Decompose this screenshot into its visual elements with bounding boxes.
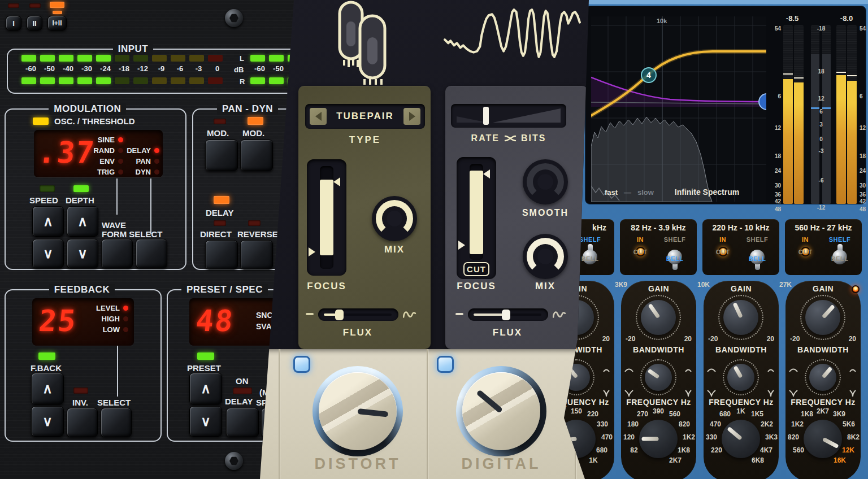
distort-mix-knob[interactable] [372,196,417,241]
meter-scale-num: 36 [770,191,781,198]
rate-bits-slider[interactable] [451,104,566,128]
select-button[interactable] [136,239,167,268]
gain-min: -20 [708,335,718,343]
reverse-led [248,220,261,226]
distort-flux-slider[interactable] [318,308,398,321]
frequency-label: FREQUENCY Hz [785,398,861,407]
freq-value: 270 [637,410,648,418]
flux-wave-icon [403,310,416,320]
meter-bar [847,25,857,204]
band2-bandwidth-knob[interactable] [640,359,676,395]
preset-down-button[interactable]: ∨ [189,406,222,437]
left-meter-db: -8.5 [775,14,809,23]
band3-gain-knob[interactable] [718,295,763,340]
fback-led [38,352,55,360]
digital-focus-slider[interactable]: CUT [457,157,496,279]
meter-segment [152,77,167,84]
fast-label[interactable]: fast [605,188,618,197]
distort-enable-button[interactable] [293,356,310,373]
channel-ii-button[interactable]: II [27,16,42,31]
waveform-button[interactable] [101,239,133,268]
meter-segment [40,77,55,84]
smooth-label: SMOOTH [511,208,579,218]
feedback-title: FEEDBACK [49,284,115,295]
mod-led-col1: SINERANDENVTRIG [79,134,123,177]
meter-segment [171,77,185,84]
band4-frequency-knob[interactable] [802,419,843,459]
band4-gain-knob[interactable] [800,295,845,340]
focus-top-marker [483,169,490,178]
meter-segment [77,77,92,84]
reverse-label: REVERSE [237,229,278,239]
screw [225,452,243,470]
feedback-down-button[interactable]: ∨ [31,406,64,437]
fb-led [123,316,128,321]
band3-bandwidth-knob[interactable] [723,359,759,395]
reverse-button[interactable] [240,240,273,269]
pan-mod-button[interactable] [205,140,238,171]
digital-flux-label: FLUX [474,327,541,338]
feedback-up-button[interactable]: ∧ [31,373,64,404]
freq-value: 27K [779,281,792,289]
band2-out-label: OUT [628,249,653,255]
channel-i-ii-button[interactable]: I+II [47,16,67,31]
eq-curves-svg [591,16,766,202]
meter-bar [794,25,804,204]
freq-value: 560 [793,446,804,454]
meter-scale-num: 18 [811,68,831,75]
distort-focus-slider[interactable] [307,159,346,276]
meter-segment [96,77,111,84]
mod-led-label: DYN [136,168,151,176]
freq-value: 120 [623,433,635,441]
meter-scale-num: 48 [770,206,781,212]
digital-flux-slider[interactable] [468,308,548,321]
channel-i-led [8,3,19,8]
channel-i-button[interactable]: I [6,16,21,31]
delay-label: DELAY [206,208,233,217]
slow-label[interactable]: slow [637,188,654,197]
wave-label: WAVE [102,220,126,230]
bandwidth-q-icon [766,389,775,397]
freq-value: 1K2 [683,433,695,441]
freq-value: 2K2 [761,420,773,428]
band4-header: 560 Hz - 27 kHz IN OUT SHELF BELL [785,219,862,275]
depth-down-button[interactable]: ∨ [67,239,98,268]
feedback-led-col: LEVELHIGHLOW [83,303,128,335]
band2-frequency-knob[interactable] [638,419,679,459]
band3-frequency-knob[interactable] [721,419,761,459]
meter-scale-num: -18 [811,25,831,32]
preset-delay-button[interactable] [226,408,259,437]
meter-bar [836,25,846,204]
feedback-value: 25 [37,304,79,338]
bandwidth-q-icon [624,389,633,397]
inv-button[interactable] [67,408,98,437]
band4-in-label: IN [793,236,818,243]
smooth-knob[interactable] [523,159,568,204]
speed-down-button[interactable]: ∨ [32,239,64,268]
band2-gain-knob[interactable] [636,295,681,340]
osc-threshold-label: OSC. / THRESHOLD [54,116,135,126]
cut-button[interactable]: CUT [463,262,489,276]
rate-bits-handle[interactable] [483,107,489,125]
freq-value: 820 [788,433,799,441]
speed-up-button[interactable]: ∧ [32,206,64,237]
fb-select-button[interactable] [101,408,132,437]
select-label: SELECT [97,398,131,407]
dyn-mod-button[interactable] [240,140,273,171]
screw [225,9,243,27]
band3-shelf-label: SHELF [743,236,771,243]
preset-up-button[interactable]: ∧ [189,373,222,404]
eq-graph-display[interactable]: 10k 4 fast — slow Infinite Spectrum [591,16,766,202]
band-4-handle[interactable]: 4 [641,67,657,83]
direct-button[interactable] [205,240,238,269]
gain-label: GAIN [621,284,696,293]
meter-scale-num: 24 [770,168,781,174]
tube-pair-icon [335,0,396,85]
depth-up-button[interactable]: ∧ [67,206,98,237]
scale-label: 0 [208,64,227,73]
band4-bandwidth-knob[interactable] [805,359,841,395]
digital-knob[interactable] [462,372,540,450]
preset-label: PRESET [187,363,221,373]
digital-enable-button[interactable] [437,356,454,373]
digital-mix-knob[interactable] [523,234,568,279]
